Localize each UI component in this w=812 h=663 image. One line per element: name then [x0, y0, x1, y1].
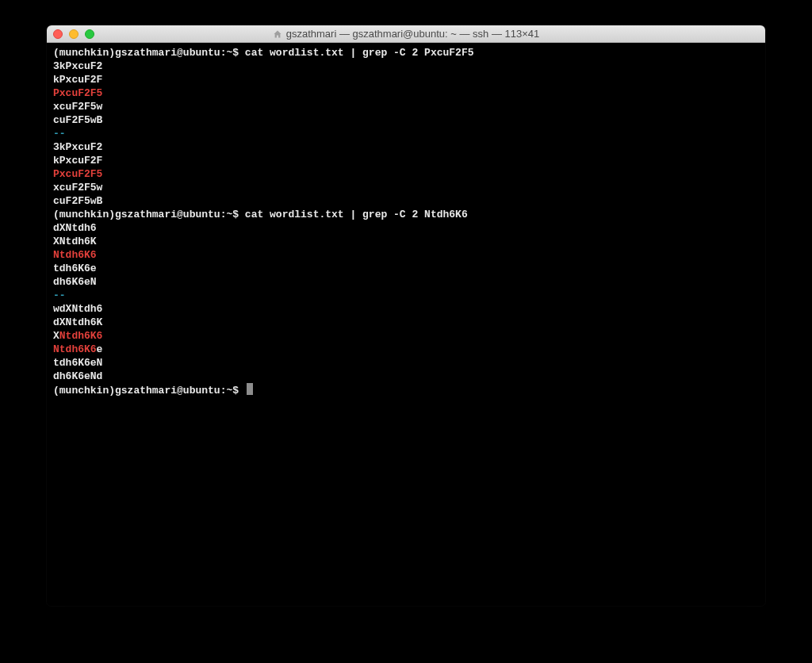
terminal-line: -- [53, 289, 759, 302]
terminal-line: (munchkin)gszathmari@ubuntu:~$ cat wordl… [53, 208, 759, 221]
titlebar[interactable]: gszathmari — gszathmari@ubuntu: ~ — ssh … [47, 25, 765, 43]
terminal-line: dh6K6eNd [53, 370, 759, 383]
window-title-text: gszathmari — gszathmari@ubuntu: ~ — ssh … [286, 28, 540, 40]
terminal-line: cuF2F5wB [53, 194, 759, 208]
terminal-line: (munchkin)gszathmari@ubuntu:~$ cat wordl… [53, 46, 759, 59]
terminal-line: -- [53, 127, 759, 140]
cursor-icon [247, 383, 253, 395]
terminal-line: PxcuF2F5 [53, 86, 759, 100]
terminal-output[interactable]: (munchkin)gszathmari@ubuntu:~$ cat wordl… [47, 43, 765, 606]
terminal-line: xcuF2F5w [53, 100, 759, 113]
terminal-line: kPxcuF2F [53, 73, 759, 86]
terminal-line: cuF2F5wB [53, 113, 759, 127]
terminal-line: dh6K6eN [53, 275, 759, 289]
terminal-line: XNtdh6K6 [53, 329, 759, 343]
terminal-line: 3kPxcuF2 [53, 59, 759, 73]
terminal-line: wdXNtdh6 [53, 302, 759, 316]
terminal-line: tdh6K6eN [53, 356, 759, 370]
terminal-line: tdh6K6e [53, 262, 759, 275]
terminal-line: XNtdh6K [53, 235, 759, 248]
window-title: gszathmari — gszathmari@ubuntu: ~ — ssh … [47, 28, 765, 40]
grep-match: Ntdh6K6 [53, 249, 97, 261]
terminal-line: Ntdh6K6 [53, 248, 759, 262]
terminal-line: dXNtdh6K [53, 316, 759, 329]
grep-match: PxcuF2F5 [53, 87, 102, 99]
home-icon [273, 29, 282, 39]
grep-match: Ntdh6K6 [59, 330, 103, 342]
terminal-line: kPxcuF2F [53, 154, 759, 167]
terminal-line: xcuF2F5w [53, 181, 759, 194]
grep-match: PxcuF2F5 [53, 168, 102, 180]
terminal-window: gszathmari — gszathmari@ubuntu: ~ — ssh … [47, 25, 765, 606]
grep-match: Ntdh6K6 [53, 343, 97, 355]
terminal-line: 3kPxcuF2 [53, 140, 759, 154]
terminal-line: dXNtdh6 [53, 221, 759, 235]
terminal-line: Ntdh6K6e [53, 343, 759, 356]
terminal-line: PxcuF2F5 [53, 167, 759, 181]
terminal-line: (munchkin)gszathmari@ubuntu:~$ [53, 383, 759, 397]
